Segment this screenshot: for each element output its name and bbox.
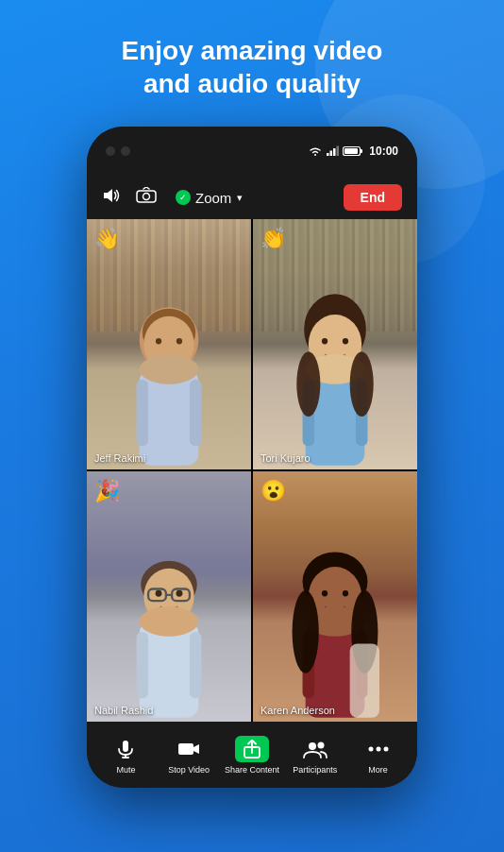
share-content-icon: [235, 736, 269, 762]
svg-rect-54: [178, 743, 193, 755]
status-bar: 10:00: [87, 127, 417, 176]
svg-rect-5: [361, 149, 363, 153]
tori-avatar: [261, 269, 410, 469]
stop-video-icon: [172, 736, 206, 762]
tori-name: Tori Kujaro: [260, 452, 311, 464]
svg-point-16: [140, 354, 199, 383]
tori-emoji: 👏: [260, 227, 286, 251]
video-cell-tori: 👏 Tori Kujaro: [253, 219, 417, 469]
karen-emoji: 😮: [260, 479, 286, 503]
stop-video-button[interactable]: Stop Video: [158, 736, 221, 775]
participants-icon: [298, 736, 332, 762]
jeff-avatar: [95, 269, 244, 469]
svg-rect-50: [350, 643, 379, 717]
jeff-name: Jeff Rakimi: [94, 452, 145, 464]
nabil-avatar: [95, 521, 244, 722]
svg-point-48: [293, 590, 319, 673]
share-content-label: Share Content: [225, 765, 279, 775]
status-time: 10:00: [369, 145, 398, 158]
camera-dot-2: [121, 146, 130, 156]
speaker-icon[interactable]: [102, 187, 121, 209]
more-icon: [361, 736, 395, 762]
more-button[interactable]: More: [346, 736, 410, 775]
svg-point-43: [343, 590, 348, 596]
headline-line1: Enjoy amazing video: [122, 36, 383, 65]
phone-device: 10:00: [87, 127, 417, 788]
headline-line2: and audio quality: [143, 69, 361, 98]
svg-point-9: [143, 193, 150, 199]
stop-video-label: Stop Video: [168, 765, 210, 775]
svg-point-61: [383, 746, 388, 751]
zoom-check-icon: ✓: [176, 190, 191, 205]
svg-point-58: [317, 741, 324, 748]
phone-shell: 10:00: [87, 127, 417, 788]
share-content-button[interactable]: Share Content: [221, 736, 284, 775]
svg-point-60: [376, 746, 380, 751]
nabil-emoji: 🎉: [94, 479, 120, 503]
camera-dot-1: [106, 146, 115, 156]
mute-button[interactable]: Mute: [94, 736, 158, 775]
video-grid: 👋 Jeff Rakimi: [87, 219, 417, 722]
svg-point-34: [140, 606, 199, 636]
svg-rect-17: [137, 380, 149, 446]
zoom-caret-icon: ▾: [237, 192, 243, 204]
svg-point-14: [176, 338, 182, 344]
svg-rect-1: [330, 151, 333, 157]
video-cell-karen: 😮 Karen Anderson: [253, 471, 417, 722]
camera-area: [106, 146, 130, 156]
svg-point-42: [322, 590, 328, 596]
mute-icon: [109, 736, 143, 762]
meeting-toolbar: ✓ Zoom ▾ End: [87, 176, 417, 219]
svg-rect-3: [337, 146, 340, 157]
participants-label: Participants: [293, 765, 337, 775]
end-button[interactable]: End: [344, 184, 402, 211]
toolbar-left-icons: [102, 187, 157, 209]
svg-point-22: [343, 338, 348, 344]
signal-icon: [326, 145, 339, 157]
svg-point-13: [156, 338, 161, 344]
zoom-label[interactable]: ✓ Zoom ▾: [176, 190, 243, 206]
bottom-toolbar: Mute Stop Video: [87, 722, 417, 788]
video-cell-jeff: 👋 Jeff Rakimi: [87, 219, 251, 469]
more-label: More: [368, 765, 388, 775]
nabil-name: Nabil Rashid: [94, 705, 153, 716]
video-cell-nabil: 🎉 Nabil Rashid: [87, 471, 251, 722]
status-icons: 10:00: [309, 145, 398, 158]
svg-point-32: [176, 590, 183, 597]
svg-marker-7: [104, 189, 112, 202]
svg-rect-2: [333, 148, 336, 156]
svg-point-27: [296, 351, 320, 417]
karen-name: Karen Anderson: [260, 705, 335, 716]
karen-avatar: [261, 521, 410, 722]
svg-rect-18: [190, 380, 202, 446]
svg-point-31: [156, 590, 162, 597]
battery-icon: [343, 145, 363, 157]
jeff-emoji: 👋: [94, 227, 120, 251]
mute-label: Mute: [116, 765, 135, 775]
svg-point-57: [309, 742, 316, 750]
headline: Enjoy amazing video and audio quality: [84, 34, 421, 100]
svg-rect-0: [327, 153, 329, 156]
participants-button[interactable]: Participants: [283, 736, 346, 775]
svg-rect-36: [190, 632, 202, 698]
svg-point-21: [322, 338, 328, 344]
svg-rect-35: [137, 632, 149, 698]
wifi-icon: [309, 145, 322, 157]
svg-point-28: [350, 351, 374, 417]
svg-rect-6: [344, 148, 358, 154]
camera-flip-icon[interactable]: [136, 187, 157, 209]
svg-point-59: [368, 746, 373, 751]
svg-rect-51: [123, 741, 128, 752]
